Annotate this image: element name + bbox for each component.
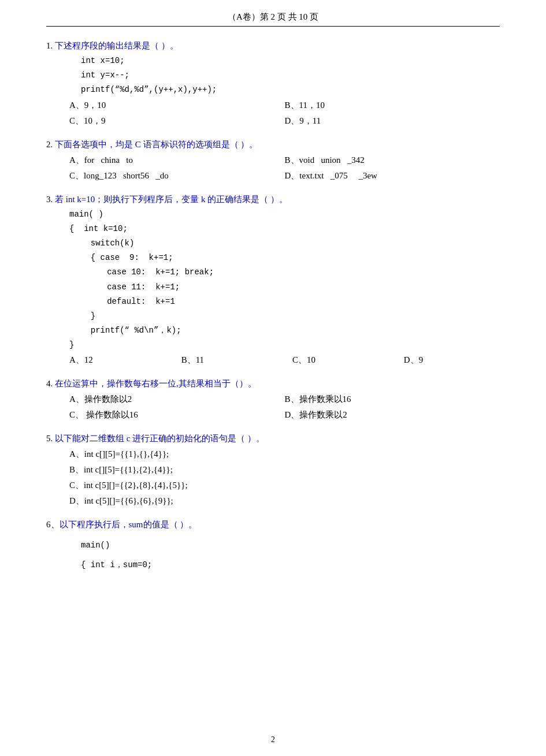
q3-code-close-main: } xyxy=(69,338,500,352)
q3-opt-c: C、10 xyxy=(292,352,392,368)
page-footer: 2 xyxy=(0,735,546,744)
question-4: 4. 在位运算中，操作数每右移一位,其结果相当于（）。 A、操作数除以2 B、操… xyxy=(46,376,500,423)
q2-title: 2. 下面各选项中，均是 C 语言标识符的选项组是（ ）。 xyxy=(46,137,500,152)
q3-code-case9: { case 9: k+=1; xyxy=(81,251,500,265)
q3-code-case10: case 10: k+=1; break; xyxy=(92,265,500,280)
q4-options: A、操作数除以2 B、操作数乘以16 C、 操作数除以16 D、操作数乘以2 xyxy=(69,392,500,423)
q5-title: 5. 以下能对二维数组 c 进行正确的初始化的语句是（ ）。 xyxy=(46,431,500,446)
q1-opt-b: B、11，10 xyxy=(285,98,500,113)
q1-opt-d: D、9，11 xyxy=(285,113,500,129)
header-text: （A卷）第 2 页 共 10 页 xyxy=(228,12,318,21)
q1-title: 1. 下述程序段的输出结果是（ ）。 xyxy=(46,38,500,54)
q2-opt-c: C、long_123 short56 _do xyxy=(69,168,285,184)
q4-opt-a: A、操作数除以2 xyxy=(69,392,285,407)
q1-opt-a: A、9，10 xyxy=(69,98,285,113)
q4-opt-c: C、 操作数除以16 xyxy=(69,407,285,423)
q5-opt-b: B、int c[][5]={{1},{2},{4}}; xyxy=(69,462,500,478)
q3-code-case11: case 11: k+=1; xyxy=(92,280,500,295)
q4-title: 4. 在位运算中，操作数每右移一位,其结果相当于（）。 xyxy=(46,376,500,392)
q6-code-main: main() xyxy=(81,538,500,553)
q2-opt-a: A、for china to xyxy=(69,152,285,168)
q1-options: A、9，10 B、11，10 C、10，9 D、9，11 xyxy=(69,98,500,129)
page-number: 2 xyxy=(271,735,275,744)
q1-opt-c: C、10，9 xyxy=(69,113,285,129)
q1-code-2: int y=x--; xyxy=(81,68,500,83)
q3-code-switch: switch(k) xyxy=(81,236,500,251)
page: （A卷）第 2 页 共 10 页 1. 下述程序段的输出结果是（ ）。 int … xyxy=(0,0,546,756)
q4-opt-d: D、操作数乘以2 xyxy=(285,407,500,423)
q1-code-1: int x=10; xyxy=(81,54,500,68)
question-2: 2. 下面各选项中，均是 C 语言标识符的选项组是（ ）。 A、for chin… xyxy=(46,137,500,184)
q3-options: A、12 B、11 C、10 D、9 xyxy=(69,352,500,368)
q1-code-3: printf(“%d,%d”,(y++,x),y++); xyxy=(81,83,500,97)
q5-opt-d: D、int c[5][]={{6},{6},{9}}; xyxy=(69,493,500,509)
question-5: 5. 以下能对二维数组 c 进行正确的初始化的语句是（ ）。 A、int c[]… xyxy=(46,431,500,509)
q2-opt-b: B、void union _342 xyxy=(285,152,500,168)
q5-options: A、int c[][5]={{1},{},{4}}; B、int c[][5]=… xyxy=(69,446,500,509)
q3-code-open: { int k=10; xyxy=(69,222,500,236)
page-header: （A卷）第 2 页 共 10 页 xyxy=(46,12,500,27)
question-6: 6、以下程序执行后，sum的值是（ ）。 main() { int i，sum=… xyxy=(46,517,500,572)
q3-code-main: main( ) xyxy=(69,207,500,222)
q4-opt-b: B、操作数乘以16 xyxy=(285,392,500,407)
q6-code-open: { int i，sum=0; xyxy=(81,558,500,572)
question-3: 3. 若 int k=10；则执行下列程序后，变量 k 的正确结果是（ ）。 m… xyxy=(46,192,500,368)
q3-code-default: default: k+=1 xyxy=(92,295,500,309)
q3-code-close-sw: } xyxy=(81,309,500,323)
q3-opt-b: B、11 xyxy=(181,352,281,368)
q6-title: 6、以下程序执行后，sum的值是（ ）。 xyxy=(46,517,500,532)
question-1: 1. 下述程序段的输出结果是（ ）。 int x=10; int y=x--; … xyxy=(46,38,500,129)
q3-title: 3. 若 int k=10；则执行下列程序后，变量 k 的正确结果是（ ）。 xyxy=(46,192,500,207)
q2-opt-d: D、text.txt _075 _3ew xyxy=(285,168,500,184)
q5-opt-a: A、int c[][5]={{1},{},{4}}; xyxy=(69,446,500,462)
int-keyword: int xyxy=(91,560,105,569)
q5-opt-c: C、int c[5][]={{2},{8},{4},{5}}; xyxy=(69,478,500,493)
q2-options: A、for china to B、void union _342 C、long_… xyxy=(69,152,500,184)
q3-code-printf: printf(“ %d\n”，k); xyxy=(81,323,500,338)
q3-opt-d: D、9 xyxy=(404,352,500,368)
q3-opt-a: A、12 xyxy=(69,352,170,368)
